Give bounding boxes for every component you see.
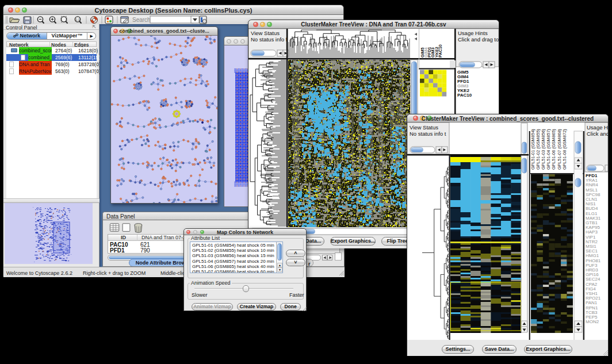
svg-text:View Status: View Status (410, 124, 438, 131)
svg-text:Usage Hi: Usage Hi (587, 124, 608, 131)
svg-text:GPL51-07 (GSM868): GPL51-07 (GSM868) (557, 129, 562, 170)
svg-text:No status info t: No status info t (410, 131, 446, 137)
svg-text:GPL51-08 (GSM872): GPL51-08 (GSM872) (562, 129, 567, 170)
svg-text:GPL51-06 (GSM865): GPL51-06 (GSM865) (551, 129, 556, 170)
svg-text:GPL51-04 (GSM857): GPL51-04 (GSM857) (546, 129, 551, 170)
svg-text:View Status: View Status (251, 30, 280, 36)
svg-text:Usage Hints: Usage Hints (458, 30, 488, 36)
svg-text:GPL51-03 (GSM856): GPL51-03 (GSM856) (541, 129, 546, 170)
svg-text:GPL51-02 (GSM855): GPL51-02 (GSM855) (536, 129, 541, 170)
svg-text:MON2: MON2 (586, 319, 599, 324)
svg-text:Click and: Click and (587, 131, 608, 137)
svg-text:Click and drag to: Click and drag to (458, 36, 499, 43)
svg-text:No status info f: No status info f (251, 36, 288, 43)
svg-text:PAC10: PAC10 (457, 93, 472, 98)
svg-text:Search:: Search: (132, 17, 152, 23)
svg-text:1:1: 1:1 (76, 18, 80, 21)
svg-text:PAC10: PAC10 (438, 44, 443, 58)
svg-text:GPL51-01 (GSM854): GPL51-01 (GSM854) (530, 129, 536, 170)
